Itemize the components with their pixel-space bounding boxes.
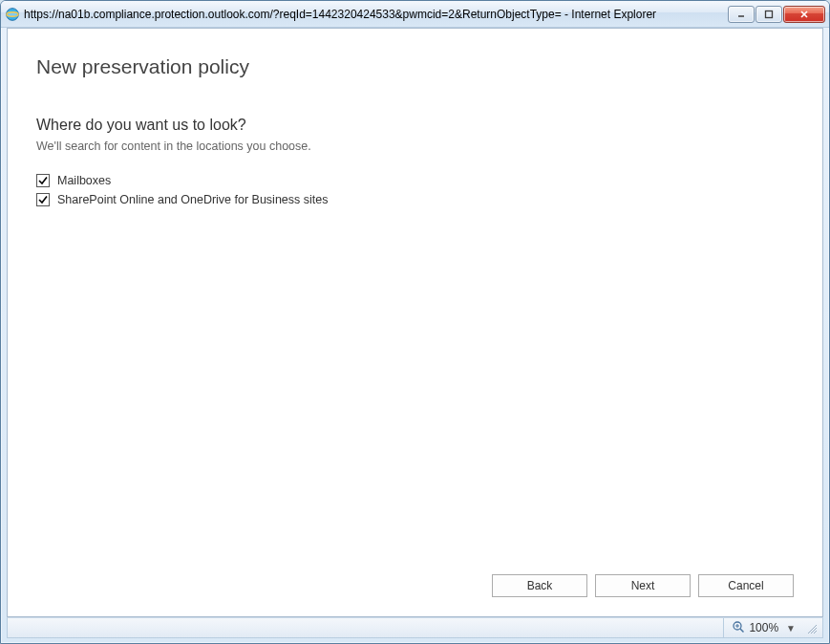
- cancel-button[interactable]: Cancel: [698, 574, 794, 597]
- zoom-control[interactable]: 100% ▼: [723, 618, 799, 637]
- close-button[interactable]: [783, 6, 825, 23]
- next-button[interactable]: Next: [595, 574, 691, 597]
- check-icon: [37, 175, 49, 186]
- zoom-dropdown-icon[interactable]: ▼: [782, 623, 799, 633]
- mailboxes-checkbox[interactable]: [36, 174, 50, 187]
- sharepoint-label: SharePoint Online and OneDrive for Busin…: [57, 193, 328, 206]
- statusbar: 100% ▼: [7, 617, 823, 638]
- option-sharepoint-row: SharePoint Online and OneDrive for Busin…: [36, 193, 794, 206]
- page-title: New preservation policy: [36, 55, 794, 78]
- back-button[interactable]: Back: [492, 574, 587, 597]
- mailboxes-label: Mailboxes: [57, 174, 111, 187]
- window-title: https://na01b.compliance.protection.outl…: [24, 8, 728, 21]
- minimize-button[interactable]: [728, 6, 755, 23]
- titlebar: https://na01b.compliance.protection.outl…: [1, 1, 829, 28]
- browser-window: https://na01b.compliance.protection.outl…: [0, 0, 830, 644]
- wizard-footer-buttons: Back Next Cancel: [492, 574, 794, 597]
- content-area: New preservation policy Where do you wan…: [7, 28, 823, 617]
- window-controls: [728, 6, 825, 23]
- step-subtext: We'll search for content in the location…: [36, 140, 794, 153]
- wizard-page: New preservation policy Where do you wan…: [8, 29, 822, 616]
- magnifier-icon: [732, 620, 745, 636]
- resize-grip[interactable]: [805, 622, 817, 633]
- option-mailboxes-row: Mailboxes: [36, 174, 794, 187]
- svg-rect-3: [766, 11, 773, 17]
- svg-line-7: [740, 629, 744, 633]
- step-heading: Where do you want us to look?: [36, 117, 794, 134]
- zoom-level: 100%: [749, 621, 778, 634]
- sharepoint-checkbox[interactable]: [36, 193, 50, 206]
- check-icon: [37, 194, 49, 205]
- maximize-button[interactable]: [756, 6, 782, 23]
- ie-icon: [5, 7, 20, 22]
